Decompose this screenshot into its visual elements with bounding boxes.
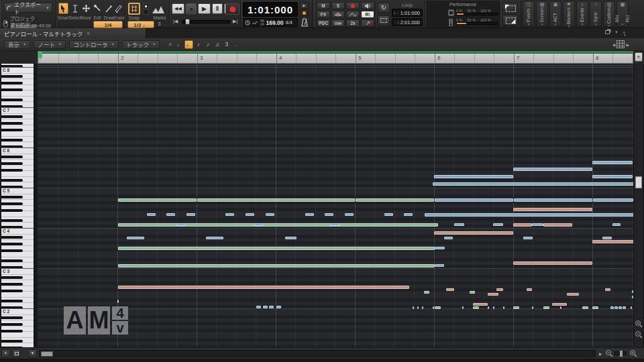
module-tab-screen[interactable]: ▤Screen▾ — [536, 1, 548, 27]
midi-note[interactable] — [435, 198, 513, 202]
midi-note[interactable] — [543, 306, 549, 309]
note-grid[interactable]: A M 4 v — [38, 64, 633, 347]
midi-note[interactable] — [404, 213, 413, 216]
black-key[interactable] — [1, 115, 23, 118]
midi-note[interactable] — [285, 237, 297, 239]
midi-note[interactable] — [433, 306, 434, 309]
black-key[interactable] — [1, 169, 23, 172]
midi-note[interactable] — [147, 213, 156, 216]
punch-in-button[interactable] — [502, 3, 518, 13]
black-key[interactable] — [1, 323, 23, 326]
timeline-ruler[interactable]: 2345678 — [38, 51, 633, 64]
erase-tool-button[interactable] — [114, 3, 124, 14]
module-tab-events[interactable]: ♪Events▾ — [576, 1, 588, 27]
midi-note[interactable] — [593, 198, 633, 202]
midi-note[interactable] — [592, 175, 633, 178]
play-button[interactable]: ▶ — [198, 3, 211, 14]
module-tab-punch[interactable]: ◫Punch▾ — [523, 1, 535, 27]
keyboard-octave[interactable]: C 2 — [1, 308, 35, 347]
midi-note[interactable] — [532, 223, 543, 226]
loop-start-value[interactable]: |→ 1:01:000 — [392, 9, 423, 17]
cascade-windows-icon[interactable] — [605, 30, 610, 34]
module-tab-mix-rcl[interactable]: ▦Mix Rcl▾ — [616, 1, 629, 27]
zoom-out-vertical-button[interactable] — [635, 330, 643, 339]
pdc-button[interactable]: PDC — [317, 19, 330, 27]
midi-note[interactable] — [513, 208, 592, 211]
sends-button[interactable]: ◂S▸ — [331, 11, 345, 18]
black-key[interactable] — [1, 259, 23, 262]
midi-note[interactable] — [254, 223, 263, 226]
midi-note[interactable] — [514, 198, 592, 202]
remote-arrow-button[interactable]: ↗ — [361, 19, 374, 27]
midi-note[interactable] — [614, 306, 618, 309]
marks-icon[interactable] — [152, 4, 164, 13]
count-in-button[interactable] — [300, 9, 309, 16]
midi-note[interactable] — [582, 306, 588, 309]
keyboard-octave[interactable]: C 8 — [1, 67, 35, 107]
position-slider-thumb[interactable] — [185, 19, 190, 25]
black-key[interactable] — [1, 283, 23, 286]
close-icon[interactable]: × — [87, 30, 90, 37]
midi-note[interactable] — [118, 264, 435, 267]
pin-icon[interactable] — [623, 32, 625, 34]
note-value-button-1[interactable]: ♩ — [175, 40, 184, 49]
midi-note[interactable] — [446, 288, 454, 291]
smart-tool-button[interactable] — [58, 3, 68, 14]
midi-note[interactable] — [527, 288, 532, 291]
black-key[interactable] — [1, 290, 23, 292]
arrow-right-icon[interactable]: ▶ — [599, 351, 602, 356]
midi-note[interactable] — [532, 306, 533, 309]
midi-note[interactable] — [592, 161, 633, 164]
snap-by-toggle[interactable] — [143, 9, 149, 15]
midi-note[interactable] — [118, 198, 197, 202]
rewind-button[interactable]: ◀◀ — [172, 3, 184, 14]
grid-resolution-control[interactable]: ◀▶ — [612, 40, 629, 48]
midi-note[interactable] — [592, 240, 633, 243]
midi-note[interactable] — [602, 237, 612, 239]
export-button[interactable]: エクスポート ▼ — [4, 3, 52, 13]
keyboard-octave[interactable]: C 4 — [1, 228, 35, 268]
black-key[interactable] — [1, 82, 23, 84]
midi-note[interactable] — [496, 288, 503, 291]
midi-note[interactable] — [424, 291, 429, 294]
module-tab-act[interactable]: ▣ACT▾ — [549, 1, 561, 27]
zoom-slider-thumb[interactable] — [620, 351, 623, 357]
midi-note[interactable] — [305, 213, 314, 216]
black-key[interactable] — [1, 156, 23, 158]
midi-note[interactable] — [433, 182, 633, 186]
midi-note[interactable] — [118, 286, 409, 289]
pause-button[interactable]: ‖ — [212, 3, 223, 14]
midi-note[interactable] — [473, 306, 479, 309]
speed-2x-button[interactable]: 2x — [346, 19, 360, 27]
black-key[interactable] — [1, 196, 23, 198]
tempo-display[interactable]: 169.00 — [266, 19, 284, 26]
black-key[interactable] — [1, 340, 23, 343]
monitor-button[interactable] — [361, 2, 374, 9]
chevron-down-icon[interactable]: ▼ — [614, 30, 619, 34]
midi-note[interactable] — [225, 213, 234, 216]
midi-note[interactable] — [176, 223, 186, 226]
midi-note[interactable] — [276, 306, 281, 308]
midi-note[interactable] — [444, 237, 453, 239]
midi-note[interactable] — [256, 306, 261, 308]
stop-button[interactable]: ■ — [186, 3, 197, 14]
midi-note[interactable] — [503, 306, 504, 309]
edit-tool-button[interactable] — [93, 3, 103, 14]
record-button[interactable] — [225, 3, 239, 15]
midi-note[interactable] — [417, 306, 419, 309]
black-key[interactable] — [1, 219, 23, 222]
midi-note[interactable] — [488, 306, 489, 309]
snap-resolution-badge[interactable]: 1/2 ♩ — [127, 21, 154, 28]
keyboard-octave[interactable]: C 7 — [1, 107, 35, 147]
black-key[interactable] — [1, 276, 23, 279]
select-tool-button[interactable] — [70, 3, 80, 14]
note-value-button-5[interactable]: ♫ — [213, 40, 221, 49]
keyboard-octave[interactable]: C 3 — [1, 268, 35, 308]
sync-clock-icon[interactable] — [245, 20, 250, 25]
black-key[interactable] — [1, 129, 23, 131]
keyboard-octave[interactable]: C 5 — [1, 188, 35, 228]
vertical-scrollbar[interactable] — [633, 64, 643, 347]
midi-note[interactable] — [206, 237, 223, 239]
midi-note[interactable] — [470, 291, 475, 294]
black-key[interactable] — [1, 202, 23, 205]
